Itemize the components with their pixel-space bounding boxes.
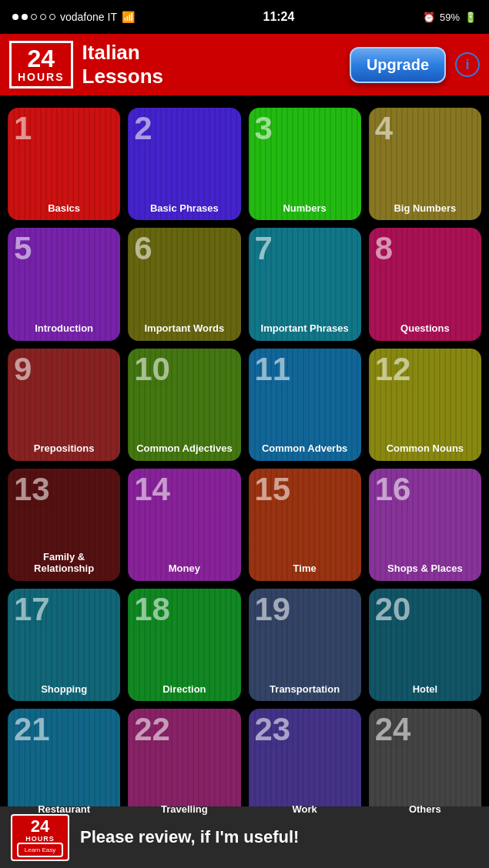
lesson-tile-11[interactable]: 11Common Adverbs [249, 349, 361, 461]
signal-dot-3 [31, 14, 37, 20]
lesson-tile-12[interactable]: 12Common Nouns [369, 349, 481, 461]
lesson-label-24: Others [409, 803, 441, 816]
lesson-tile-21[interactable]: 21Restaurant [8, 709, 120, 821]
lesson-tile-5[interactable]: 5Introduction [8, 228, 120, 340]
signal-dots [12, 14, 55, 20]
lesson-tile-14[interactable]: 14Money [128, 469, 240, 581]
lesson-label-2: Basic Phrases [150, 202, 219, 215]
lesson-label-22: Travelling [161, 803, 208, 816]
lesson-tile-4[interactable]: 4Big Numbers [369, 108, 481, 220]
lesson-number-20: 20 [375, 593, 411, 626]
app-header: 24 HOURS Italian Lessons Upgrade i [0, 34, 489, 95]
signal-dot-4 [40, 14, 46, 20]
signal-dot-2 [22, 14, 28, 20]
lesson-label-8: Questions [400, 322, 450, 335]
lesson-number-13: 13 [14, 473, 50, 506]
battery-label: 59% [440, 12, 460, 23]
lesson-tile-18[interactable]: 18Direction [128, 589, 240, 701]
lesson-number-2: 2 [134, 112, 152, 145]
lesson-number-23: 23 [255, 713, 291, 746]
lesson-tile-9[interactable]: 9Prepositions [8, 349, 120, 461]
signal-dot-5 [49, 14, 55, 20]
lesson-tile-24[interactable]: 24Others [369, 709, 481, 821]
status-bar: vodafone IT 📶 11:24 ⏰ 59% 🔋 [0, 0, 489, 34]
lesson-number-3: 3 [255, 112, 273, 145]
lesson-number-6: 6 [134, 232, 152, 265]
lesson-tile-16[interactable]: 16Shops & Places [369, 469, 481, 581]
lesson-label-6: Important Words [144, 322, 224, 335]
lesson-label-1: Basics [48, 202, 80, 215]
lessons-grid: 1Basics2Basic Phrases3Numbers4Big Number… [0, 95, 489, 834]
lesson-number-18: 18 [134, 593, 170, 626]
lesson-tile-10[interactable]: 10Common Adjectives [128, 349, 240, 461]
lesson-label-9: Prepositions [34, 442, 95, 455]
lesson-label-15: Time [293, 563, 317, 575]
header-logo: 24 HOURS [9, 41, 73, 88]
lesson-tile-20[interactable]: 20Hotel [369, 589, 481, 701]
lesson-label-20: Hotel [413, 683, 438, 696]
lesson-tile-7[interactable]: 7Important Phrases [249, 228, 361, 340]
lesson-tile-23[interactable]: 23Work [249, 709, 361, 821]
lesson-number-11: 11 [255, 353, 291, 386]
alarm-icon: ⏰ [423, 12, 435, 23]
footer-logo-learn: Learn Easy [17, 843, 63, 857]
lesson-number-19: 19 [255, 593, 291, 626]
upgrade-button[interactable]: Upgrade [350, 47, 446, 83]
lesson-tile-13[interactable]: 13Family & Relationship [8, 469, 120, 581]
lesson-label-3: Numbers [283, 202, 326, 215]
logo-hours: HOURS [18, 71, 65, 83]
lesson-label-12: Common Nouns [387, 442, 464, 455]
wifi-icon: 📶 [122, 11, 135, 23]
review-text: Please review, if I'm useful! [80, 827, 299, 847]
lesson-tile-22[interactable]: 22Travelling [128, 709, 240, 821]
lesson-label-23: Work [292, 803, 317, 816]
lesson-number-9: 9 [14, 353, 32, 386]
lesson-label-5: Introduction [35, 322, 93, 335]
lesson-label-18: Direction [162, 683, 206, 696]
lesson-tile-15[interactable]: 15Time [249, 469, 361, 581]
status-left: vodafone IT 📶 [12, 11, 135, 23]
lesson-label-21: Restaurant [38, 803, 90, 816]
lesson-tile-8[interactable]: 8Questions [369, 228, 481, 340]
lesson-tile-1[interactable]: 1Basics [8, 108, 120, 220]
footer-logo-24: 24 [17, 818, 63, 835]
battery-icon: 🔋 [464, 12, 477, 23]
lesson-number-8: 8 [375, 232, 393, 265]
lesson-number-17: 17 [14, 593, 50, 626]
lesson-tile-19[interactable]: 19Transportation [249, 589, 361, 701]
footer-logo-hours: HOURS [17, 835, 63, 843]
lesson-label-4: Big Numbers [394, 202, 456, 215]
app-title: Italian Lessons [82, 41, 340, 88]
lesson-number-15: 15 [255, 473, 291, 506]
lesson-number-22: 22 [134, 713, 170, 746]
lesson-number-21: 21 [14, 713, 50, 746]
time-display: 11:24 [263, 10, 294, 24]
signal-dot-1 [12, 14, 18, 20]
lesson-label-7: Important Phrases [261, 322, 349, 335]
logo-24: 24 [18, 46, 65, 71]
lesson-label-17: Shopping [41, 683, 87, 696]
lesson-tile-6[interactable]: 6Important Words [128, 228, 240, 340]
lesson-number-1: 1 [14, 112, 32, 145]
lesson-label-13: Family & Relationship [12, 551, 116, 575]
status-right: ⏰ 59% 🔋 [423, 12, 477, 23]
info-button[interactable]: i [455, 52, 480, 77]
lesson-label-11: Common Adverbs [262, 442, 347, 455]
lesson-number-12: 12 [375, 353, 411, 386]
lesson-number-10: 10 [134, 353, 170, 386]
lesson-label-16: Shops & Places [387, 563, 463, 575]
footer-bar: 24 HOURS Learn Easy Please review, if I'… [0, 806, 489, 868]
lesson-tile-2[interactable]: 2Basic Phrases [128, 108, 240, 220]
carrier-label: vodafone IT [60, 11, 117, 23]
footer-logo: 24 HOURS Learn Easy [11, 814, 69, 861]
lesson-label-14: Money [169, 563, 200, 575]
lesson-label-19: Transportation [270, 683, 340, 696]
lesson-label-10: Common Adjectives [136, 442, 233, 455]
lesson-number-24: 24 [375, 713, 411, 746]
lesson-number-5: 5 [14, 232, 32, 265]
lesson-tile-3[interactable]: 3Numbers [249, 108, 361, 220]
lesson-number-7: 7 [255, 232, 273, 265]
lesson-number-4: 4 [375, 112, 393, 145]
lesson-tile-17[interactable]: 17Shopping [8, 589, 120, 701]
lesson-number-16: 16 [375, 473, 411, 506]
